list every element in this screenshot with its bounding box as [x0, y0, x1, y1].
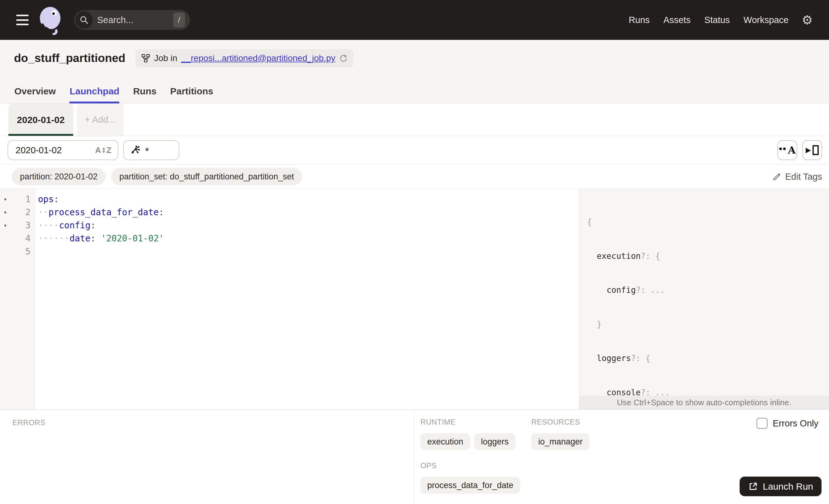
settings-gear-icon[interactable]: ⚙: [802, 14, 813, 26]
search-input[interactable]: [97, 15, 173, 25]
ops-section: OPS process_data_for_date: [421, 461, 520, 494]
code-line: ··process_data_for_date:: [35, 206, 579, 219]
gutter-line: ▾3: [0, 219, 35, 232]
yaml-colon: :: [91, 220, 96, 230]
config-editor-workspace: ▾1 ▾2 ▾3 4 5 ops: ··process_data_for_dat…: [0, 189, 829, 409]
config-tab-selected[interactable]: 2020-01-02: [8, 104, 73, 136]
fold-arrow-icon[interactable]: ▾: [0, 209, 10, 216]
config-schema-tree: { execution?: { config?: ... } loggers?:…: [579, 189, 829, 409]
config-schema-panel: { execution?: { config?: ... } loggers?:…: [579, 189, 829, 409]
runtime-chip-execution[interactable]: execution: [421, 433, 470, 450]
launch-icon: [748, 481, 758, 492]
ops-label: OPS: [421, 461, 520, 470]
line-number: 3: [10, 220, 35, 230]
nav-link-workspace[interactable]: Workspace: [744, 15, 789, 25]
op-selector-icon: [130, 145, 141, 155]
yaml-key: config: [59, 220, 90, 230]
page-header: do_stuff_partitioned Job in __reposi...a…: [0, 40, 829, 104]
line-number: 4: [10, 233, 35, 244]
autocomplete-hint: Use Ctrl+Space to show auto-completions …: [579, 396, 829, 409]
errors-label: ERRORS: [12, 418, 414, 427]
yaml-value: '2020-01-02': [96, 233, 164, 244]
sort-az-icon: A▲▼Z: [95, 145, 111, 155]
tab-partitions[interactable]: Partitions: [170, 86, 213, 103]
tab-overview[interactable]: Overview: [14, 86, 56, 103]
errors-only-control: Errors Only: [756, 418, 819, 429]
yaml-key: ops: [38, 194, 54, 204]
resource-chip-io-manager[interactable]: io_manager: [531, 433, 589, 450]
code-line: ops:: [35, 192, 579, 206]
tags-row: partition: 2020-01-02 partition_set: do_…: [0, 165, 829, 189]
op-selector-value: *: [145, 145, 149, 157]
schema-line: loggers?: {: [587, 353, 829, 364]
schema-line: }: [587, 319, 829, 330]
job-origin-prefix: Job in: [154, 53, 178, 63]
code-line: [35, 245, 579, 258]
tab-runs[interactable]: Runs: [133, 86, 156, 103]
dagit-launchpad-page: / Runs Assets Status Workspace ⚙ do_stuf…: [0, 0, 829, 504]
config-tab-underline: [8, 134, 73, 136]
fold-arrow-icon[interactable]: ▾: [0, 195, 10, 203]
nav-links: Runs Assets Status Workspace: [629, 15, 789, 25]
reload-icon[interactable]: [339, 54, 348, 63]
schema-line: {: [587, 216, 829, 228]
resources-label: RESOURCES: [531, 418, 589, 426]
schema-line: execution?: {: [587, 250, 829, 262]
add-config-tab-button[interactable]: + Add...: [77, 104, 123, 136]
tag-partition-set: partition_set: do_stuff_partitioned_part…: [111, 168, 302, 185]
scaffold-config-icon: ▶: [806, 145, 819, 155]
resources-column: RESOURCES io_manager: [531, 418, 589, 450]
errors-only-checkbox[interactable]: [756, 418, 768, 429]
op-selector-button[interactable]: *: [123, 140, 179, 160]
gutter-line: ▾2: [0, 206, 35, 219]
yaml-key: date: [69, 233, 90, 244]
errors-only-label: Errors Only: [772, 418, 819, 429]
hamburger-menu-icon[interactable]: [16, 15, 29, 25]
whitespace-dots: ····: [38, 220, 59, 230]
code-line: ····config:: [35, 219, 579, 232]
tab-launchpad[interactable]: Launchpad: [69, 86, 119, 103]
whitespace-dots: ··: [38, 207, 48, 217]
line-number: 2: [10, 207, 35, 217]
line-number: 5: [10, 246, 35, 257]
partition-select-button[interactable]: 2020-01-02 A▲▼Z: [7, 140, 118, 160]
partition-select-value: 2020-01-02: [15, 145, 62, 155]
pencil-icon: [772, 172, 781, 181]
gutter-line: ▾1: [0, 192, 35, 206]
nav-link-status[interactable]: Status: [704, 15, 730, 25]
tag-partition: partition: 2020-01-02: [12, 168, 106, 185]
edit-tags-button[interactable]: Edit Tags: [772, 172, 822, 182]
errors-section: ERRORS: [0, 409, 414, 504]
nav-link-assets[interactable]: Assets: [663, 15, 690, 25]
launchpad-toolbar: 2020-01-02 A▲▼Z * ••A ▶: [0, 136, 829, 165]
yaml-config-editor[interactable]: ops: ··process_data_for_date: ····config…: [35, 189, 579, 409]
op-chip-process-data-for-date[interactable]: process_data_for_date: [421, 477, 520, 494]
config-sections: RUNTIME execution loggers OPS process_da…: [414, 409, 829, 504]
launchpad-config-tabs: 2020-01-02 + Add...: [0, 104, 829, 136]
launch-run-label: Launch Run: [763, 481, 813, 492]
editor-gutter: ▾1 ▾2 ▾3 4 5: [0, 189, 35, 409]
yaml-colon: :: [159, 207, 164, 217]
search-shortcut-badge: /: [173, 12, 185, 27]
whitespace-dots: ······: [38, 233, 69, 244]
job-origin-link[interactable]: __reposi...artitioned@partitioned_job.py: [181, 53, 335, 63]
yaml-colon: :: [54, 194, 59, 204]
gutter-line: 5: [0, 245, 35, 258]
bottom-panel: ERRORS RUNTIME execution loggers OPS pro…: [0, 409, 829, 504]
launch-run-button[interactable]: Launch Run: [740, 477, 822, 496]
scaffold-missing-config-button[interactable]: ▶: [802, 140, 822, 160]
page-title: do_stuff_partitioned: [14, 52, 125, 65]
toggle-whitespace-button[interactable]: ••A: [777, 140, 797, 160]
nav-link-runs[interactable]: Runs: [629, 15, 650, 25]
runtime-column: RUNTIME execution loggers OPS process_da…: [421, 418, 520, 494]
runtime-chip-loggers[interactable]: loggers: [474, 433, 516, 450]
fold-arrow-icon[interactable]: ▾: [0, 222, 10, 229]
search-icon: [75, 11, 93, 29]
line-number: 1: [10, 194, 35, 204]
yaml-key: process_data_for_date: [48, 207, 159, 217]
dagster-logo[interactable]: [39, 5, 63, 35]
global-search: /: [74, 10, 190, 30]
whitespace-icon: ••A: [779, 144, 796, 156]
gutter-line: 4: [0, 232, 35, 245]
runtime-label: RUNTIME: [421, 418, 520, 426]
